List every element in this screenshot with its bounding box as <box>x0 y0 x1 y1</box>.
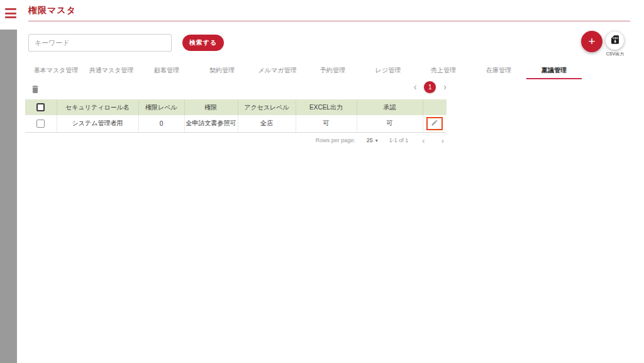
pencil-icon <box>431 119 438 128</box>
cell-role-name: システム管理者用 <box>57 115 138 132</box>
page-next-icon[interactable]: › <box>443 82 447 91</box>
cell-permission-level: 0 <box>138 115 184 132</box>
title-divider <box>28 21 630 21</box>
hamburger-bar <box>5 13 16 14</box>
svg-text:CSV: CSV <box>612 36 618 40</box>
prev-page-icon[interactable]: ‹ <box>419 137 427 145</box>
plus-icon: + <box>588 35 595 48</box>
tab-mail-magazine[interactable]: メルマガ管理 <box>250 63 305 79</box>
range-label: 1-1 of 1 <box>389 137 409 143</box>
cell-permission: 全申請文書参照可 <box>184 115 238 132</box>
tab-customer[interactable]: 顧客管理 <box>139 63 194 79</box>
tab-contract[interactable]: 契約管理 <box>194 63 250 79</box>
keyword-input[interactable] <box>28 34 172 52</box>
tab-sales[interactable]: 売上管理 <box>416 63 471 79</box>
tab-inventory[interactable]: 在庫管理 <box>471 63 526 79</box>
tab-register[interactable]: レジ管理 <box>360 63 416 79</box>
csv-file-icon: CSV <box>610 35 620 47</box>
tab-ringi-management[interactable]: 稟議管理 <box>526 63 582 79</box>
collapsed-sidebar[interactable] <box>0 30 17 363</box>
current-page-button[interactable]: 1 <box>424 81 436 93</box>
tab-common-master[interactable]: 共通マスタ管理 <box>84 63 139 79</box>
cell-approval: 可 <box>357 115 423 132</box>
csv-export-button[interactable]: CSV <box>606 31 624 50</box>
chevron-down-icon: ▾ <box>375 138 378 143</box>
hamburger-bar <box>5 8 16 10</box>
column-header-permission-level: 権限レベル <box>138 99 184 115</box>
table-header-row: セキュリティロール名 権限レベル 権限 アクセスレベル EXCEL出力 承認 <box>25 99 447 115</box>
add-button[interactable]: + <box>581 31 602 52</box>
csv-export-label: CSV出力 <box>596 51 634 57</box>
tab-basic-master[interactable]: 基本マスタ管理 <box>28 63 84 79</box>
rows-per-page-value: 25 <box>367 137 373 143</box>
column-header-excel-output: EXCEL出力 <box>296 99 357 115</box>
column-header-actions <box>423 99 447 115</box>
next-page-icon[interactable]: › <box>439 137 447 145</box>
table-row: システム管理者用 0 全申請文書参照可 全店 可 可 <box>25 115 447 132</box>
pagination-bottom: Rows per page: 25 ▾ 1-1 of 1 ‹ › <box>25 133 447 148</box>
column-header-role-name: セキュリティロール名 <box>57 99 138 115</box>
rows-per-page-label: Rows per page: <box>316 137 355 143</box>
column-header-access-level: アクセスレベル <box>238 99 296 115</box>
column-header-permission: 権限 <box>184 99 238 115</box>
cell-access-level: 全店 <box>238 115 296 132</box>
page-prev-icon[interactable]: ‹ <box>414 82 417 91</box>
page-title: 権限マスタ <box>28 5 76 16</box>
select-all-checkbox[interactable] <box>36 103 45 111</box>
hamburger-bar <box>5 16 16 18</box>
hamburger-menu-button[interactable] <box>5 8 18 18</box>
rows-per-page-select[interactable]: 25 ▾ <box>367 137 378 143</box>
permission-table: セキュリティロール名 権限レベル 権限 アクセスレベル EXCEL出力 承認 シ… <box>25 99 447 133</box>
tab-reservation[interactable]: 予約管理 <box>305 63 360 79</box>
row-checkbox[interactable] <box>36 120 45 128</box>
edit-row-button[interactable] <box>426 117 443 130</box>
pagination-top: ‹ 1 › <box>25 80 447 94</box>
tab-bar: 基本マスタ管理 共通マスタ管理 顧客管理 契約管理 メルマガ管理 予約管理 レジ… <box>28 63 582 79</box>
search-button[interactable]: 検索する <box>182 35 224 51</box>
column-header-approval: 承認 <box>357 99 423 115</box>
cell-excel-output: 可 <box>296 115 357 132</box>
